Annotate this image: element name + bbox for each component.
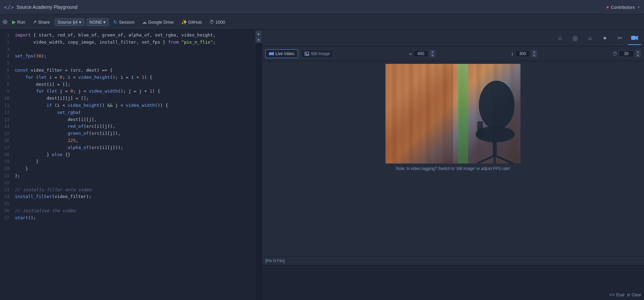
- height-up-button[interactable]: ▲: [532, 50, 537, 54]
- github-button[interactable]: ✨ GitHub: [179, 18, 205, 26]
- repl-input-area: </> Eval ⊖ Clear: [262, 266, 644, 300]
- width-icon: ↔: [409, 51, 412, 56]
- svg-line-10: [477, 155, 495, 164]
- scroll-up-button[interactable]: ▲: [256, 30, 262, 36]
- height-icon: ↕: [511, 51, 513, 56]
- fps-control: ⏱ 30 ▲ ▼: [613, 50, 641, 57]
- github-icon: ✨: [181, 19, 187, 25]
- search-button[interactable]: ⌕: [583, 31, 597, 45]
- app-title: Source Academy Playground: [17, 4, 78, 10]
- height-value[interactable]: 300: [515, 50, 530, 57]
- video-button[interactable]: [628, 31, 641, 45]
- code-editor[interactable]: import { start, red_of, blue_of, green_o…: [12, 30, 262, 300]
- video-frame: [385, 64, 520, 164]
- fps-icon: ⏱: [613, 51, 617, 56]
- record-button[interactable]: [3, 20, 7, 24]
- source-dropdown-arrow: ▾: [79, 20, 81, 25]
- contributors-dropdown-arrow[interactable]: ▾: [638, 5, 640, 9]
- svg-point-5: [305, 53, 307, 54]
- session-icon: ↻: [113, 19, 117, 25]
- svg-rect-2: [269, 52, 272, 55]
- clock-icon: ⏱: [209, 19, 214, 25]
- width-control: ↔ 400 ▲ ▼: [409, 50, 435, 57]
- globe-button[interactable]: ●: [598, 31, 612, 45]
- fps-up-button[interactable]: ▲: [635, 50, 641, 54]
- green-strip: [458, 64, 468, 164]
- code-area: 12345 678910 1112131415 1617181920 21222…: [0, 30, 262, 300]
- main-area: 12345 678910 1112131415 1617181920 21222…: [0, 30, 644, 300]
- title-bar: </> Source Academy Playground ♥ Contribu…: [0, 0, 644, 15]
- still-image-button[interactable]: Still Image: [301, 49, 333, 58]
- height-control: ↕ 300 ▲ ▼: [511, 50, 537, 57]
- none-dropdown[interactable]: NONE ▾: [86, 18, 109, 26]
- scroll-down-button[interactable]: ▼: [256, 37, 262, 43]
- video-panel: Live Video Still Image ↔ 400 ▲ ▼ ↕ 300: [262, 47, 644, 256]
- session-button[interactable]: ↻ Session: [111, 18, 137, 26]
- scissors-button[interactable]: ✂: [613, 31, 626, 45]
- source-dropdown[interactable]: Source §4 ▾: [55, 18, 84, 26]
- chair-silhouette: [470, 79, 517, 164]
- right-panel-toolbar: ⌂ ◎ ⌕ ● ✂: [262, 30, 644, 47]
- repl-input[interactable]: [265, 268, 641, 283]
- repl-header: [Pix N Flix]: [262, 256, 644, 266]
- line-numbers: 12345 678910 1112131415 1617181920 21222…: [0, 30, 12, 300]
- editor-panel: 12345 678910 1112131415 1617181920 21222…: [0, 30, 262, 300]
- fps-down-button[interactable]: ▼: [635, 54, 641, 57]
- repl-panel: [Pix N Flix] </> Eval ⊖ Clear: [262, 256, 644, 300]
- width-spinners: ▲ ▼: [430, 50, 435, 57]
- clear-icon: ⊖: [627, 293, 630, 297]
- width-value[interactable]: 400: [413, 50, 428, 57]
- width-up-button[interactable]: ▲: [430, 50, 435, 54]
- app-icon: </>: [4, 4, 14, 10]
- none-dropdown-arrow: ▾: [103, 20, 106, 25]
- height-down-button[interactable]: ▼: [532, 54, 537, 57]
- title-bar-left: </> Source Academy Playground: [4, 4, 77, 10]
- editor-scrollbar: ▲ ▼: [256, 30, 262, 300]
- run-button[interactable]: ▶ Run: [9, 18, 28, 26]
- svg-marker-1: [636, 35, 638, 40]
- svg-line-11: [495, 155, 513, 164]
- svg-rect-0: [631, 36, 636, 40]
- width-down-button[interactable]: ▼: [430, 54, 435, 57]
- video-container: Note: Is video lagging? Switch to 'still…: [262, 61, 644, 256]
- svg-point-7: [479, 81, 515, 129]
- home-button[interactable]: ⌂: [554, 31, 567, 45]
- svg-marker-3: [272, 52, 274, 56]
- cloud-icon: ☁: [142, 19, 147, 25]
- eye-button[interactable]: ◎: [568, 31, 582, 45]
- share-button[interactable]: ↗ Share: [30, 18, 53, 26]
- repl-actions: </> Eval ⊖ Clear: [609, 293, 641, 297]
- toolbar: ▶ Run ↗ Share Source §4 ▾ NONE ▾ ↻ Sessi…: [0, 15, 644, 30]
- live-video-button[interactable]: Live Video: [265, 49, 298, 58]
- svg-rect-13: [477, 121, 483, 138]
- eval-icon: </>: [609, 293, 615, 297]
- curtain-tint: [385, 64, 453, 164]
- step-count[interactable]: ⏱ 1000: [207, 18, 228, 26]
- contributors-button[interactable]: ♥ Contributors: [606, 5, 635, 10]
- google-drive-button[interactable]: ☁ Google Drive: [139, 18, 177, 26]
- heart-icon: ♥: [606, 5, 609, 10]
- title-bar-right: ♥ Contributors ▾: [606, 5, 640, 10]
- run-icon: ▶: [12, 19, 16, 25]
- video-controls-bar: Live Video Still Image ↔ 400 ▲ ▼ ↕ 300: [262, 47, 644, 61]
- eval-button[interactable]: </> Eval: [609, 293, 624, 297]
- svg-rect-9: [493, 141, 497, 155]
- height-spinners: ▲ ▼: [532, 50, 537, 57]
- fps-spinners: ▲ ▼: [635, 50, 641, 57]
- right-panel: ⌂ ◎ ⌕ ● ✂ Live Video Still Ima: [262, 30, 644, 300]
- clear-button[interactable]: ⊖ Clear: [627, 293, 641, 297]
- share-icon: ↗: [33, 19, 37, 25]
- video-note: Note: Is video lagging? Switch to 'still…: [396, 166, 510, 171]
- fps-value[interactable]: 30: [619, 50, 634, 57]
